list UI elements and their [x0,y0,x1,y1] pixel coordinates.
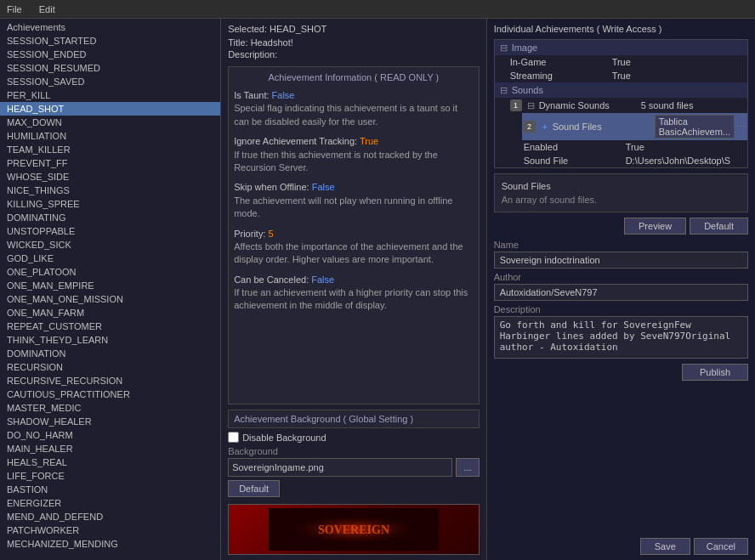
browse-button[interactable]: ... [456,458,479,477]
list-item[interactable]: MAX_DOWN [0,116,220,129]
list-item[interactable]: ONE_MAN_ONE_MISSION [0,292,220,306]
list-item[interactable]: RECURSION [0,360,220,374]
background-row: ... [228,458,479,477]
list-item[interactable]: PER_KILL [0,88,220,102]
list-item[interactable]: SHADOW_HEALER [0,415,220,428]
list-item[interactable]: SESSION_SAVED [0,75,220,88]
info-field-label: Priority: [234,229,268,239]
middle-bottom: Achievement Background ( Global Setting … [228,410,479,555]
list-item[interactable]: WHOSE_SIDE [0,170,220,184]
list-item[interactable]: MASTER_MEDIC [0,401,220,415]
list-item[interactable]: ENERGIZER [0,496,220,510]
save-button[interactable]: Save [640,538,690,555]
sounds-collapse-icon[interactable]: ⊟ [498,84,510,96]
list-item[interactable]: SESSION_ENDED [0,48,220,61]
sound-file-value: D:\Users\John\Desktop\S [626,156,746,166]
name-input[interactable] [494,252,748,269]
list-item[interactable]: TEAM_KILLER [0,143,220,156]
bg-label: Background [228,446,479,456]
right-panel: Individual Achievements ( Write Access )… [487,19,755,560]
tree-container: ⊟ Image In-Game True Streaming True ⊟ So… [494,39,748,168]
list-item[interactable]: HEALS_REAL [0,455,220,469]
list-item[interactable]: RECURSIVE_RECURSION [0,374,220,387]
list-item[interactable]: Achievements [0,20,220,34]
list-item[interactable]: DOMINATION [0,347,220,360]
title-label: Title: [228,37,247,48]
info-field-desc: Affects both the importance of the achie… [234,240,473,267]
list-item[interactable]: MECHANIZED_MENDING [0,537,220,551]
middle-panel: Selected: HEAD_SHOT Title: Headshot! Des… [221,19,486,560]
info-field: Ignore Achievement Tracking: TrueIf true… [234,135,473,174]
list-item[interactable]: MEND_AND_DEFEND [0,510,220,523]
info-field: Priority: 5Affects both the importance o… [234,228,473,267]
list-item[interactable]: HUMILIATION [0,129,220,143]
dynamic-sounds-expand[interactable]: ⊟ [525,99,537,111]
cancel-button[interactable]: Cancel [694,538,748,555]
enabled-row[interactable]: Enabled True [522,140,747,154]
description-textarea[interactable] [494,316,748,359]
list-item[interactable]: LIFE_FORCE [0,469,220,483]
author-group: Author [494,272,748,301]
list-item[interactable]: PREVENT_FF [0,156,220,170]
menu-file[interactable]: File [3,3,26,15]
default-sound-button[interactable]: Default [690,218,748,235]
list-item[interactable]: GOD_LIKE [0,252,220,265]
image-label: Image [512,42,538,53]
info-field-value: False [312,182,335,192]
sound-files-row[interactable]: 2 + Sound Files Tablica BasicAchievem...… [522,113,747,140]
image-collapse-icon[interactable]: ⊟ [498,42,510,54]
description-group: Description [494,304,748,360]
svg-text:SOVEREIGN: SOVEREIGN [318,523,389,536]
list-item[interactable]: DO_NO_HARM [0,428,220,442]
author-input[interactable] [494,284,748,301]
default-button[interactable]: Default [228,480,280,497]
list-item[interactable]: NICE_THINGS [0,184,220,197]
dynamic-sounds-row[interactable]: 1 ⊟ Dynamic Sounds 5 sound files [508,98,747,113]
list-item[interactable]: UNSTOPPABLE [0,224,220,238]
info-field-value: 5 [269,229,274,239]
info-field-value: False [311,274,334,285]
name-group: Name [494,240,748,269]
list-item[interactable]: HEAD_SHOT [0,102,220,116]
info-field-label: Can be Canceled: [234,274,311,285]
list-item[interactable]: DOMINATING [0,211,220,224]
list-item[interactable]: SESSION_STARTED [0,34,220,48]
streaming-row[interactable]: Streaming True [508,69,747,82]
list-item[interactable]: CAUTIOUS_PRACTITIONER [0,387,220,401]
right-content: ⊟ Image In-Game True Streaming True ⊟ So… [494,39,748,555]
achievement-list: AchievementsSESSION_STARTEDSESSION_ENDED… [0,19,220,560]
publish-button[interactable]: Publish [682,364,748,381]
list-item[interactable]: SESSION_RESUMED [0,61,220,75]
list-item[interactable]: ONE_PLATOON [0,265,220,279]
list-item[interactable]: ONE_MAN_EMPIRE [0,279,220,292]
disable-bg-label: Disable Background [242,433,326,443]
menubar: File Edit [0,0,755,19]
title-value: Headshot! [251,37,293,48]
info-box: Achievement Information ( READ ONLY ) Is… [228,66,479,404]
list-item[interactable]: MAIN_HEALER [0,442,220,455]
sound-files-edit-icon[interactable]: ⋯ [736,122,746,133]
disable-bg-checkbox[interactable] [228,432,239,443]
in-game-value: True [612,57,746,67]
sound-files-value[interactable]: Tablica BasicAchievem... [655,115,735,139]
list-item[interactable]: ONE_MAN_FARM [0,306,220,320]
info-field-desc: If true then this achievement is not tra… [234,149,473,175]
list-item[interactable]: KILLING_SPREE [0,197,220,211]
info-field-value: False [272,90,295,100]
preview-button[interactable]: Preview [624,218,686,235]
preview-default-row: Preview Default [494,218,748,235]
sound-files-expand[interactable]: + [539,121,551,133]
author-label: Author [494,272,748,282]
sound-file-row[interactable]: Sound File D:\Users\John\Desktop\S [522,154,747,167]
selected-label: Selected: HEAD_SHOT [228,24,479,34]
background-input[interactable] [228,458,452,477]
list-item[interactable]: BASTION [0,483,220,496]
in-game-row[interactable]: In-Game True [508,55,747,69]
list-item[interactable]: THINK_THEYD_LEARN [0,333,220,347]
menu-edit[interactable]: Edit [36,3,59,15]
info-field-desc: If true an achievement with a higher pri… [234,286,473,313]
streaming-value: True [612,71,746,81]
list-item[interactable]: WICKED_SICK [0,238,220,252]
list-item[interactable]: REPEAT_CUSTOMER [0,320,220,333]
list-item[interactable]: PATCHWORKER [0,523,220,537]
